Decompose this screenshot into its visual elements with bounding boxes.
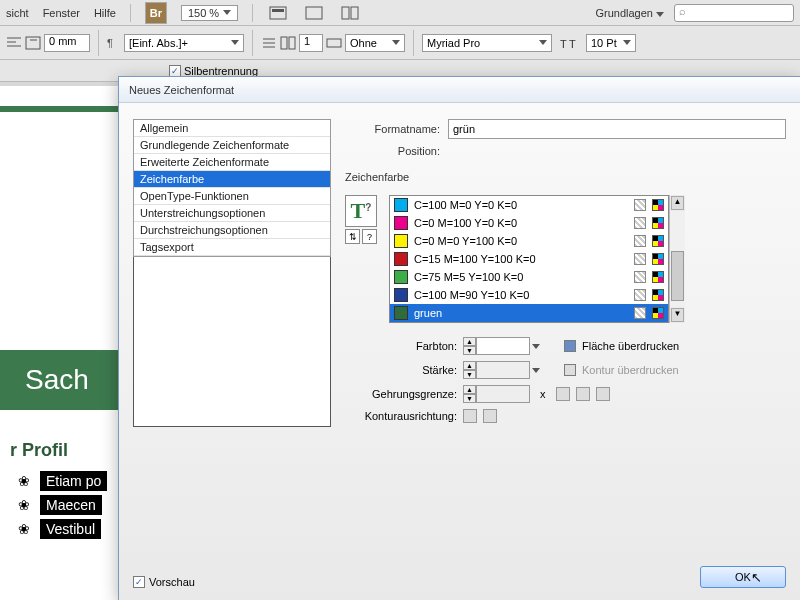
join-miter-icon[interactable] [556,387,570,401]
indent-icon[interactable] [25,36,41,50]
menu-fenster[interactable]: Fenster [43,7,80,19]
formatname-label: Formatname: [345,123,440,135]
para-icon[interactable]: ¶ [107,36,121,50]
category-item[interactable]: Durchstreichungsoptionen [134,222,330,239]
svg-rect-4 [351,7,358,19]
new-character-style-dialog: Neues Zeichenformat AllgemeinGrundlegend… [118,76,800,600]
swatch-row[interactable]: C=15 M=100 Y=100 K=0 [390,250,668,268]
svg-text:¶: ¶ [107,37,113,49]
section-title: Zeichenfarbe [345,171,786,183]
weight-label: Stärke: [345,364,457,376]
separator [252,30,253,56]
search-icon: ⌕ [679,5,686,17]
menu-sicht[interactable]: sicht [6,7,29,19]
swatch-row[interactable]: C=0 M=100 Y=0 K=0 [390,214,668,232]
columns-field[interactable]: 1 [299,34,323,52]
join-bevel-icon[interactable] [596,387,610,401]
svg-rect-15 [289,37,295,49]
span-combo[interactable]: Ohne [345,34,405,52]
align-stroke-center-icon[interactable] [463,409,477,423]
span-icon[interactable] [326,36,342,50]
dialog-title: Neues Zeichenformat [119,77,800,103]
miter-x: x [540,388,546,400]
overprint-stroke-checkbox [564,364,576,376]
bullet-icon: ❀ [18,521,30,537]
swap-icon[interactable]: ⇅ [345,229,360,244]
preview-checkbox[interactable]: Vorschau [133,566,331,588]
align-left-icon[interactable] [6,36,22,50]
font-size-combo[interactable]: 10 Pt [586,34,636,52]
arrange-icon[interactable] [339,2,361,24]
scroll-up-icon[interactable]: ▲ [671,196,684,210]
miter-label: Gehrungsgrenze: [345,388,457,400]
swatch-row[interactable]: C=100 M=90 Y=10 K=0 [390,286,668,304]
align-stroke-label: Konturausrichtung: [345,410,457,422]
align-stroke-inside-icon[interactable] [483,409,497,423]
svg-rect-16 [327,39,341,47]
screen-mode-icon[interactable] [303,2,325,24]
svg-text:T: T [569,38,576,50]
category-item[interactable]: Tagsexport [134,239,330,256]
svg-rect-8 [26,37,40,49]
workspace-combo[interactable]: Grundlagen [595,7,664,19]
category-item[interactable]: Unterstreichungsoptionen [134,205,330,222]
category-item[interactable]: Grundlegende Zeichenformate [134,137,330,154]
bullet-icon: ❀ [18,473,30,489]
separator [130,4,131,22]
cursor-icon: ↖ [751,570,762,585]
scroll-thumb[interactable] [671,251,684,301]
svg-rect-2 [306,7,322,19]
weight-spinner[interactable]: ▲▼ [463,361,540,379]
swatch-row[interactable]: gruen [390,304,668,322]
swatch-row[interactable]: C=100 M=0 Y=0 K=0 [390,196,668,214]
list-icon[interactable] [261,36,277,50]
svg-rect-1 [272,9,284,12]
miter-spinner[interactable]: ▲▼ [463,385,530,403]
default-icon[interactable]: ? [362,229,377,244]
svg-rect-0 [270,7,286,19]
overprint-fill-label: Fläche überdrucken [582,340,679,352]
view-mode-icon[interactable] [267,2,289,24]
category-item[interactable]: OpenType-Funktionen [134,188,330,205]
svg-text:T: T [560,38,567,50]
paragraph-style-combo[interactable]: [Einf. Abs.]+ [124,34,244,52]
separator [252,4,253,22]
svg-rect-3 [342,7,349,19]
formatname-input[interactable] [448,119,786,139]
zoom-combo[interactable]: 150 % [181,5,238,21]
position-label: Position: [345,145,440,157]
scrollbar[interactable]: ▲ ▼ [669,195,685,323]
zoom-value: 150 % [188,7,219,19]
separator [413,30,414,56]
scroll-down-icon[interactable]: ▼ [671,308,684,322]
ok-button[interactable]: OK ↖ [700,566,786,588]
indent-field[interactable]: 0 mm [44,34,90,52]
menu-hilfe[interactable]: Hilfe [94,7,116,19]
tint-spinner[interactable]: ▲▼ [463,337,540,355]
fill-stroke-proxy[interactable]: T? ⇅? [345,195,383,244]
category-list[interactable]: AllgemeinGrundlegende ZeichenformateErwe… [133,119,331,257]
swatch-row[interactable]: C=75 M=5 Y=100 K=0 [390,268,668,286]
category-item[interactable]: Erweiterte Zeichenformate [134,154,330,171]
join-round-icon[interactable] [576,387,590,401]
font-combo[interactable]: Myriad Pro [422,34,552,52]
help-search[interactable]: ⌕ [674,4,794,22]
bullet-icon: ❀ [18,497,30,513]
swatch-row[interactable]: C=0 M=0 Y=100 K=0 [390,232,668,250]
doc-bullet-1: Etiam po [40,471,107,491]
bridge-icon[interactable]: Br [145,2,167,24]
hyphenation-checkbox[interactable]: Silbentrennung [169,65,258,77]
preview-box [133,257,331,427]
separator [98,30,99,56]
doc-bullet-3: Vestibul [40,519,101,539]
doc-bullet-2: Maecen [40,495,102,515]
font-size-icon: TT [560,35,578,51]
category-item[interactable]: Allgemein [134,120,330,137]
tint-label: Farbton: [345,340,457,352]
swatch-list[interactable]: C=100 M=0 Y=0 K=0C=0 M=100 Y=0 K=0C=0 M=… [389,195,669,323]
overprint-fill-checkbox[interactable] [564,340,576,352]
category-item[interactable]: Zeichenfarbe [134,171,330,188]
overprint-stroke-label: Kontur überdrucken [582,364,679,376]
svg-rect-14 [281,37,287,49]
columns-icon[interactable] [280,36,296,50]
